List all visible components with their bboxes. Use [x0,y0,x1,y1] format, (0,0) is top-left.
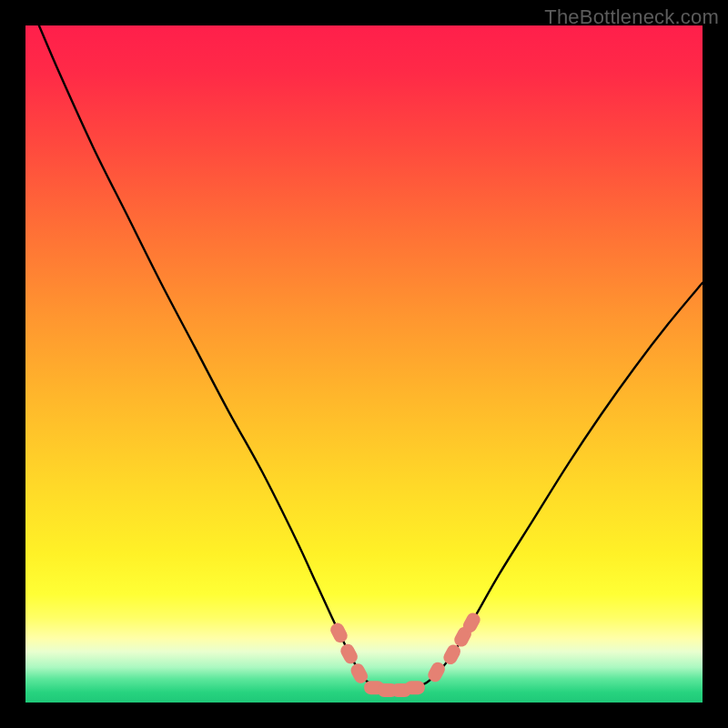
marker-flat-4 [405,681,425,694]
plot-area [25,25,703,703]
chart-svg [25,25,703,703]
gradient-bg [25,25,703,703]
watermark-text: TheBottleneck.com [544,5,719,29]
chart-frame: TheBottleneck.com [0,0,728,728]
